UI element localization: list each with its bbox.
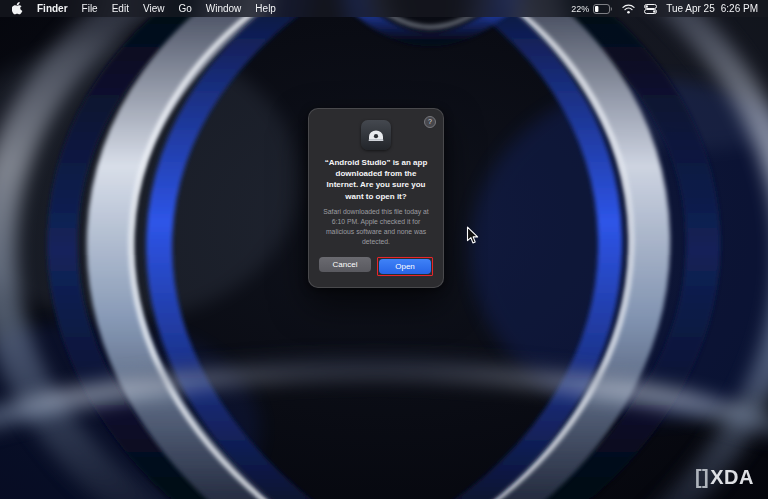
dialog-title: “Android Studio” is an app downloaded fr… xyxy=(321,157,431,202)
menu-item-finder[interactable]: Finder xyxy=(30,0,75,17)
menu-bar-clock[interactable]: Tue Apr 25 6:26 PM xyxy=(666,3,758,14)
desktop[interactable]: Finder File Edit View Go Window Help 22% xyxy=(0,0,768,499)
xda-logo-brackets: [] xyxy=(695,466,709,489)
menu-bar: Finder File Edit View Go Window Help 22% xyxy=(0,0,768,17)
apple-menu[interactable] xyxy=(10,2,30,15)
help-button[interactable]: ? xyxy=(424,116,436,128)
menu-item-help[interactable]: Help xyxy=(248,0,283,17)
control-center-icon[interactable] xyxy=(644,4,657,14)
menu-bar-status: 22% xyxy=(571,3,758,14)
menu-item-edit[interactable]: Edit xyxy=(105,0,136,17)
dialog-body: Safari downloaded this file today at 6:1… xyxy=(320,207,432,248)
xda-logo: []XDA xyxy=(695,466,754,489)
battery-status[interactable]: 22% xyxy=(571,4,613,14)
menu-item-view[interactable]: View xyxy=(136,0,172,17)
mouse-cursor xyxy=(466,226,479,245)
menu-item-window[interactable]: Window xyxy=(199,0,249,17)
apple-logo-icon xyxy=(12,2,23,15)
menu-item-go[interactable]: Go xyxy=(171,0,198,17)
app-icon xyxy=(361,120,391,150)
menu-bar-time: 6:26 PM xyxy=(721,3,758,14)
menu-item-file[interactable]: File xyxy=(75,0,105,17)
open-button[interactable]: Open xyxy=(379,259,431,274)
xda-logo-text: XDA xyxy=(710,466,754,489)
menu-bar-date: Tue Apr 25 xyxy=(666,3,715,14)
wifi-icon[interactable] xyxy=(622,4,635,14)
cancel-button[interactable]: Cancel xyxy=(319,257,371,272)
home-dome-icon xyxy=(367,127,385,143)
annotation-highlight-box: Open xyxy=(377,257,433,276)
battery-percent: 22% xyxy=(571,4,589,14)
menu-bar-left: Finder File Edit View Go Window Help xyxy=(10,0,283,17)
gatekeeper-dialog: ? “Android Studio” is an app downloaded … xyxy=(308,108,444,288)
battery-icon xyxy=(593,4,613,14)
dialog-buttons: Cancel Open xyxy=(309,257,443,276)
